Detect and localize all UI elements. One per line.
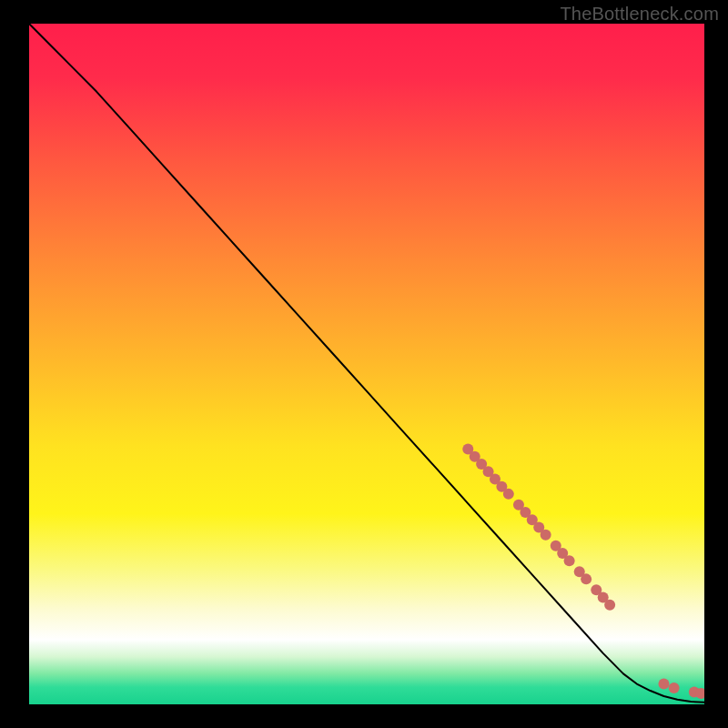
marker-point bbox=[564, 555, 575, 566]
marker-point bbox=[669, 682, 680, 693]
marker-point bbox=[581, 573, 592, 584]
marker-point bbox=[541, 530, 551, 541]
marker-point bbox=[503, 489, 514, 500]
chart-frame: TheBottleneck.com bbox=[0, 0, 728, 728]
marker-point bbox=[658, 679, 669, 690]
chart-svg bbox=[29, 24, 704, 704]
watermark-text: TheBottleneck.com bbox=[560, 4, 719, 25]
marker-point bbox=[604, 600, 615, 611]
plot-area bbox=[29, 24, 704, 704]
